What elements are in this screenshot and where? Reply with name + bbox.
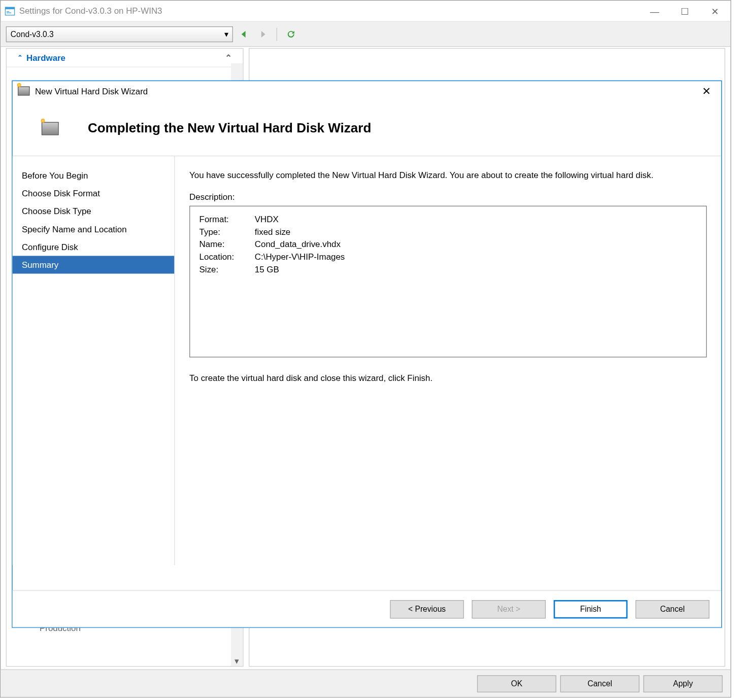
wizard-content: You have successfully completed the New … <box>175 156 721 565</box>
summary-location-value: C:\Hyper-V\HIP-Images <box>255 252 345 262</box>
collapse-icon: ⌃ <box>225 53 232 62</box>
minimize-button[interactable]: — <box>640 1 670 21</box>
vm-selector-value: Cond-v3.0.3 <box>11 29 54 39</box>
nav-forward-button[interactable] <box>255 27 270 42</box>
svg-rect-3 <box>7 12 11 13</box>
refresh-button[interactable] <box>284 27 298 42</box>
wizard-steps-list: Before You Begin Choose Disk Format Choo… <box>13 156 175 565</box>
summary-location-row: Location: C:\Hyper-V\HIP-Images <box>199 251 697 263</box>
close-button[interactable]: ✕ <box>700 1 730 21</box>
wizard-header-title: Completing the New Virtual Hard Disk Wiz… <box>88 121 371 136</box>
wizard-window: New Virtual Hard Disk Wizard ✕ Completin… <box>12 81 722 628</box>
wizard-close-button[interactable]: ✕ <box>691 82 721 100</box>
summary-type-label: Type: <box>199 227 248 237</box>
summary-location-label: Location: <box>199 252 248 262</box>
wizard-step-configure-disk[interactable]: Configure Disk <box>13 238 174 256</box>
summary-size-row: Size: 15 GB <box>199 263 697 276</box>
settings-footer: OK Cancel Apply <box>1 670 730 697</box>
settings-app-icon <box>5 6 15 16</box>
wizard-step-before-you-begin[interactable]: Before You Begin <box>13 167 174 185</box>
summary-size-value: 15 GB <box>255 265 279 275</box>
settings-titlebar: Settings for Cond-v3.0.3 on HP-WIN3 — ☐ … <box>1 1 730 22</box>
summary-format-value: VHDX <box>255 215 279 225</box>
summary-format-label: Format: <box>199 215 248 225</box>
cancel-button[interactable]: Cancel <box>560 675 640 692</box>
next-button: Next > <box>472 600 546 618</box>
svg-rect-1 <box>5 7 14 9</box>
summary-name-row: Name: Cond_data_drive.vhdx <box>199 238 697 251</box>
previous-button[interactable]: < Previous <box>390 600 464 618</box>
finish-button[interactable]: Finish <box>554 600 628 618</box>
wizard-outro-text: To create the virtual hard disk and clos… <box>189 373 707 383</box>
expand-up-icon: ⌃ <box>17 54 22 61</box>
summary-description-box: Format: VHDX Type: fixed size Name: Cond… <box>189 206 707 358</box>
apply-button[interactable]: Apply <box>644 675 723 692</box>
wizard-step-summary[interactable]: Summary <box>13 256 174 273</box>
nav-hardware-heading[interactable]: ⌃ Hardware ⌃ <box>7 49 243 67</box>
wizard-intro-text: You have successfully completed the New … <box>189 169 707 182</box>
vhd-header-icon <box>42 122 59 135</box>
summary-type-value: fixed size <box>255 227 290 237</box>
svg-rect-2 <box>7 11 9 11</box>
maximize-button[interactable]: ☐ <box>670 1 700 21</box>
ok-button[interactable]: OK <box>477 675 556 692</box>
nav-back-button[interactable] <box>237 27 252 42</box>
summary-name-value: Cond_data_drive.vhdx <box>255 239 341 250</box>
settings-toolbar: Cond-v3.0.3 ▾ <box>1 22 730 47</box>
wizard-titlebar: New Virtual Hard Disk Wizard ✕ <box>13 81 721 101</box>
wizard-step-specify-name-location[interactable]: Specify Name and Location <box>13 220 174 238</box>
summary-size-label: Size: <box>199 265 248 275</box>
wizard-step-choose-disk-format[interactable]: Choose Disk Format <box>13 185 174 202</box>
nav-hardware-label: Hardware <box>26 53 65 62</box>
settings-title: Settings for Cond-v3.0.3 on HP-WIN3 <box>19 6 162 16</box>
wizard-window-title: New Virtual Hard Disk Wizard <box>35 86 148 96</box>
chevron-down-icon: ▾ <box>224 29 228 39</box>
summary-format-row: Format: VHDX <box>199 213 697 226</box>
wizard-cancel-button[interactable]: Cancel <box>636 600 710 618</box>
wizard-step-choose-disk-type[interactable]: Choose Disk Type <box>13 202 174 220</box>
vm-selector-dropdown[interactable]: Cond-v3.0.3 ▾ <box>6 26 233 42</box>
description-label: Description: <box>189 192 707 202</box>
toolbar-divider <box>277 27 277 41</box>
wizard-header: Completing the New Virtual Hard Disk Wiz… <box>13 101 721 156</box>
vhd-icon <box>18 86 29 95</box>
wizard-footer: < Previous Next > Finish Cancel <box>13 590 721 627</box>
wizard-body: Before You Begin Choose Disk Format Choo… <box>13 156 721 565</box>
summary-type-row: Type: fixed size <box>199 226 697 238</box>
summary-name-label: Name: <box>199 239 248 250</box>
